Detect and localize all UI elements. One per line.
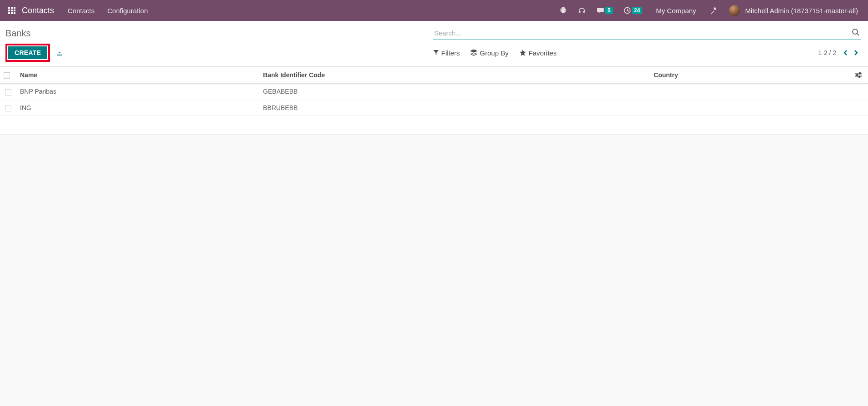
- activities-button[interactable]: 24: [620, 0, 646, 21]
- svg-rect-8: [14, 12, 15, 14]
- table-row[interactable]: ING BBRUBEBB: [0, 100, 868, 115]
- table-body: BNP Paribas GEBABEBB ING BBRUBEBB: [0, 84, 868, 116]
- company-switcher[interactable]: My Company: [650, 0, 702, 21]
- svg-rect-0: [8, 7, 10, 9]
- activities-badge: 24: [632, 7, 642, 14]
- layers-icon: [471, 50, 477, 56]
- svg-rect-2: [14, 7, 15, 9]
- sliders-icon: [855, 72, 862, 78]
- clock-icon: [624, 7, 631, 14]
- user-label: Mitchell Admin (18737151-master-all): [743, 7, 861, 15]
- page-title: Banks: [5, 28, 31, 39]
- cell-bic: BBRUBEBB: [259, 100, 650, 115]
- svg-rect-5: [14, 10, 15, 11]
- list-view: Name Bank Identifier Code Country BNP Pa…: [0, 67, 868, 135]
- cell-country: [650, 84, 852, 100]
- pager-next[interactable]: [851, 49, 861, 57]
- search-wrap: [433, 26, 861, 40]
- user-menu[interactable]: Mitchell Admin (18737151-master-all): [725, 0, 864, 21]
- cell-country: [650, 100, 852, 115]
- groupby-label: Group By: [480, 49, 508, 57]
- company-label: My Company: [653, 7, 699, 15]
- filters-label: Filters: [441, 49, 460, 57]
- create-highlight: CREATE: [5, 44, 50, 62]
- cell-bic: GEBABEBB: [259, 84, 650, 100]
- svg-point-13: [856, 75, 858, 76]
- column-options[interactable]: [852, 67, 868, 84]
- tools-button[interactable]: [706, 0, 722, 21]
- column-name[interactable]: Name: [16, 67, 259, 84]
- svg-rect-4: [11, 10, 13, 11]
- top-nav-right: 5 24 My Company Mitchell Admin (18737151…: [556, 0, 864, 21]
- bug-icon: [560, 7, 567, 14]
- control-panel: Banks CREATE Filters: [0, 21, 868, 67]
- cp-buttons: CREATE: [5, 44, 65, 62]
- pager-prev[interactable]: [841, 49, 851, 57]
- top-nav-left: Contacts Contacts Configuration: [4, 0, 154, 21]
- svg-point-14: [858, 76, 860, 78]
- star-icon: [520, 50, 526, 56]
- menu-configuration[interactable]: Configuration: [101, 0, 154, 21]
- table-head-row: Name Bank Identifier Code Country: [0, 67, 868, 84]
- apps-menu-button[interactable]: [4, 4, 20, 17]
- cp-search-options: Filters Group By Favorites 1-2 / 2: [433, 49, 861, 57]
- row-checkbox[interactable]: [5, 105, 11, 111]
- wrench-icon: [710, 6, 718, 15]
- apps-grid-icon: [8, 7, 15, 14]
- groupby-button[interactable]: Group By: [471, 49, 508, 57]
- select-all-checkbox[interactable]: [4, 72, 10, 79]
- cell-name: BNP Paribas: [16, 84, 259, 100]
- top-nav: Contacts Contacts Configuration 5 24 My …: [0, 0, 868, 21]
- select-all-header: [0, 67, 16, 84]
- messaging-button[interactable]: 5: [593, 0, 616, 21]
- svg-point-11: [853, 29, 858, 34]
- column-bic[interactable]: Bank Identifier Code: [259, 67, 650, 84]
- support-icon: [578, 6, 586, 15]
- search-button[interactable]: [852, 28, 860, 36]
- search-icon: [852, 28, 860, 36]
- support-button[interactable]: [574, 0, 590, 21]
- chevron-left-icon: [843, 50, 849, 56]
- messaging-badge: 5: [605, 7, 613, 14]
- create-button[interactable]: CREATE: [8, 46, 47, 59]
- chevron-right-icon: [853, 50, 859, 56]
- svg-point-12: [859, 73, 860, 74]
- svg-rect-3: [8, 10, 10, 11]
- funnel-icon: [433, 50, 439, 55]
- app-brand[interactable]: Contacts: [20, 6, 61, 15]
- column-country[interactable]: Country: [650, 67, 852, 84]
- table-row[interactable]: BNP Paribas GEBABEBB: [0, 84, 868, 100]
- svg-rect-1: [11, 7, 13, 9]
- pager: 1-2 / 2: [818, 49, 861, 57]
- filters-button[interactable]: Filters: [433, 49, 460, 57]
- row-checkbox[interactable]: [5, 89, 11, 95]
- download-icon: [56, 50, 63, 56]
- chat-icon: [597, 7, 604, 14]
- menu-contacts[interactable]: Contacts: [61, 0, 101, 21]
- avatar: [729, 5, 740, 16]
- favorites-button[interactable]: Favorites: [520, 49, 557, 57]
- cell-name: ING: [16, 100, 259, 115]
- search-input[interactable]: [433, 26, 861, 40]
- export-button[interactable]: [54, 48, 65, 58]
- debug-button[interactable]: [556, 0, 570, 21]
- svg-rect-6: [8, 12, 10, 14]
- pager-value[interactable]: 1-2 / 2: [818, 49, 836, 56]
- favorites-label: Favorites: [529, 49, 557, 57]
- banks-table: Name Bank Identifier Code Country BNP Pa…: [0, 67, 868, 116]
- svg-point-9: [561, 9, 565, 13]
- svg-rect-7: [11, 12, 13, 14]
